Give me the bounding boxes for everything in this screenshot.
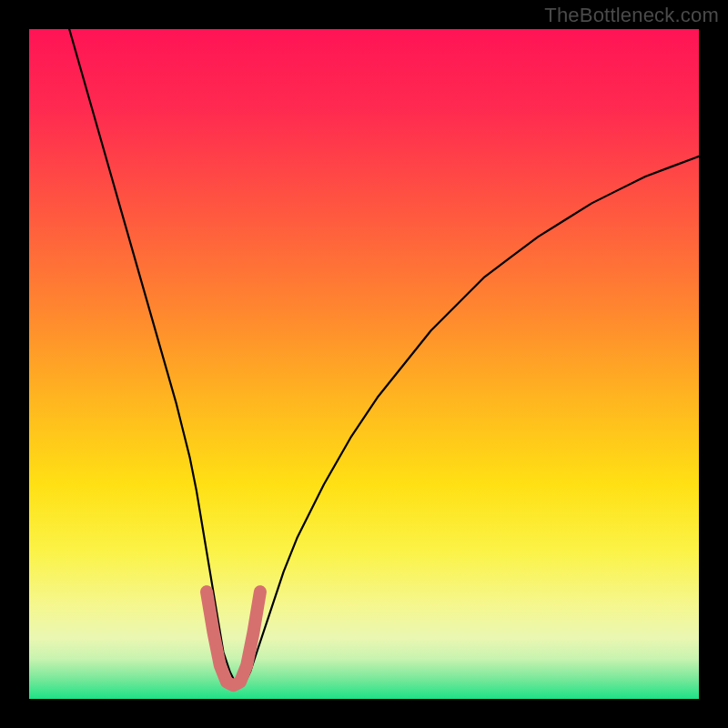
curve-layer xyxy=(29,29,699,699)
optimal-zone-highlight-path xyxy=(207,592,260,685)
watermark-text: TheBottleneck.com xyxy=(544,4,719,27)
bottleneck-curve-path xyxy=(69,29,699,685)
plot-area xyxy=(29,29,699,699)
chart-frame: TheBottleneck.com xyxy=(0,0,728,728)
